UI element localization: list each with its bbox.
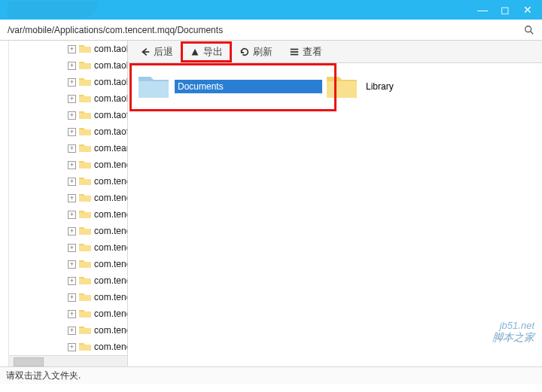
tree-node-label: com.tenc — [94, 342, 128, 352]
tree-node[interactable]: +com.tenc — [9, 223, 127, 239]
view-icon — [289, 47, 300, 57]
svg-rect-5 — [291, 53, 299, 55]
search-icon[interactable] — [521, 22, 537, 38]
expand-icon[interactable]: + — [68, 310, 76, 318]
folder-icon — [79, 259, 91, 269]
expand-icon[interactable]: + — [68, 227, 76, 236]
refresh-button[interactable]: 刷新 — [232, 43, 280, 61]
tree-node-label: com.taob — [94, 77, 128, 87]
folder-icon — [79, 325, 91, 336]
expand-icon[interactable]: + — [68, 178, 76, 186]
tree-node[interactable]: +com.tean — [9, 140, 127, 156]
svg-point-0 — [525, 26, 531, 32]
expand-icon[interactable]: + — [68, 293, 76, 302]
tree-node[interactable]: +com.taob — [9, 41, 127, 57]
tree-node-label: com.tenc — [94, 242, 128, 253]
folder-icon — [79, 143, 91, 153]
tree-node[interactable]: +com.taof — [9, 107, 127, 123]
tree-node-label: com.tenc — [94, 292, 128, 302]
expand-icon[interactable]: + — [68, 45, 76, 53]
folder-icon — [79, 160, 91, 170]
tree-node-label: com.taof — [94, 110, 128, 120]
export-icon — [190, 47, 200, 57]
expand-icon[interactable]: + — [68, 211, 76, 219]
folder-item[interactable]: Documents — [134, 69, 322, 104]
tree-node-label: com.tenc — [94, 160, 128, 170]
tree-node-label: com.tenc — [94, 275, 128, 286]
tree-node[interactable]: +com.tenc — [9, 289, 127, 305]
folder-icon — [325, 72, 358, 101]
expand-icon[interactable]: + — [68, 194, 76, 202]
tree-node[interactable]: +com.tenc — [9, 190, 127, 206]
svg-rect-4 — [291, 51, 299, 53]
tree-node[interactable]: +com.tenc — [9, 173, 127, 190]
file-area[interactable]: DocumentsLibrary — [128, 63, 542, 366]
tree-node[interactable]: +com.tenc — [9, 305, 127, 322]
folder-icon — [79, 209, 91, 220]
expand-icon[interactable]: + — [68, 95, 76, 103]
tree-node-label: com.tenc — [94, 308, 128, 319]
expand-icon[interactable]: + — [68, 260, 76, 269]
scrollbar-thumb[interactable] — [14, 357, 44, 366]
expand-icon[interactable]: + — [68, 161, 76, 169]
tree-node[interactable]: +com.tenc — [9, 156, 127, 173]
folder-icon — [79, 193, 91, 203]
expand-icon[interactable]: + — [68, 277, 76, 285]
expand-icon[interactable]: + — [68, 78, 76, 87]
tree-node[interactable]: +com.taob — [9, 57, 127, 74]
tree-node[interactable]: +com.tenc — [9, 272, 127, 289]
minimize-button[interactable]: — — [471, 2, 494, 17]
folder-tree[interactable]: +com.taob+com.taob+com.taob+com.taob+com… — [9, 41, 128, 366]
titlebar-accent — [8, 2, 98, 18]
tree-node[interactable]: +com.tenc — [9, 322, 127, 339]
expand-icon[interactable]: + — [68, 111, 76, 120]
expand-icon[interactable]: + — [68, 62, 76, 70]
expand-icon[interactable]: + — [68, 343, 76, 351]
tree-node-label: com.tenc — [94, 176, 128, 187]
maximize-button[interactable]: ◻ — [494, 2, 516, 17]
close-button[interactable]: ✕ — [516, 2, 539, 17]
status-bar: 请双击进入文件夹. — [0, 366, 542, 384]
tree-node[interactable]: +com.taob — [9, 90, 127, 107]
address-bar: /var/mobile/Applications/com.tencent.mqq… — [0, 20, 542, 41]
tree-node[interactable]: +com.taob — [9, 74, 127, 90]
expand-icon[interactable]: + — [68, 144, 76, 153]
tree-node-label: com.taof — [94, 126, 128, 137]
folder-icon — [137, 72, 170, 101]
folder-label: Library — [363, 80, 510, 93]
folder-label: Documents — [175, 80, 322, 93]
tree-node[interactable]: +com.tenc — [9, 339, 127, 355]
tree-node[interactable]: +com.taof — [9, 123, 127, 140]
back-icon — [140, 47, 151, 57]
svg-rect-3 — [291, 48, 299, 50]
svg-line-1 — [531, 31, 534, 34]
folder-item[interactable]: Library — [322, 69, 510, 104]
expand-icon[interactable]: + — [68, 128, 76, 136]
tree-node-label: com.tenc — [94, 193, 128, 203]
tree-node[interactable]: +com.tenc — [9, 206, 127, 223]
tree-node-label: com.taob — [94, 44, 128, 54]
view-button[interactable]: 查看 — [282, 43, 330, 61]
folder-icon — [79, 242, 91, 253]
tree-node[interactable]: +com.tenc — [9, 239, 127, 256]
titlebar: — ◻ ✕ — [0, 0, 542, 20]
export-label: 导出 — [203, 45, 223, 59]
tree-node-label: com.tenc — [94, 259, 128, 269]
left-gutter — [0, 41, 9, 366]
export-button[interactable]: 导出 — [182, 43, 230, 61]
folder-icon — [79, 308, 91, 319]
tree-node[interactable]: +com.tenc — [9, 256, 127, 272]
back-button[interactable]: 后退 — [132, 43, 181, 61]
tree-node-label: com.tenc — [94, 325, 128, 336]
address-path[interactable]: /var/mobile/Applications/com.tencent.mqq… — [5, 23, 521, 37]
tree-node-label: com.tenc — [94, 226, 128, 236]
expand-icon[interactable]: + — [68, 244, 76, 252]
expand-icon[interactable]: + — [68, 327, 76, 335]
back-label: 后退 — [154, 45, 173, 59]
folder-icon — [79, 110, 91, 120]
tree-h-scrollbar[interactable] — [9, 355, 127, 366]
tree-node-label: com.taob — [94, 60, 128, 71]
toolbar: 后退 导出 刷新 查看 — [128, 41, 542, 63]
folder-icon — [79, 342, 91, 352]
folder-icon — [79, 176, 91, 187]
